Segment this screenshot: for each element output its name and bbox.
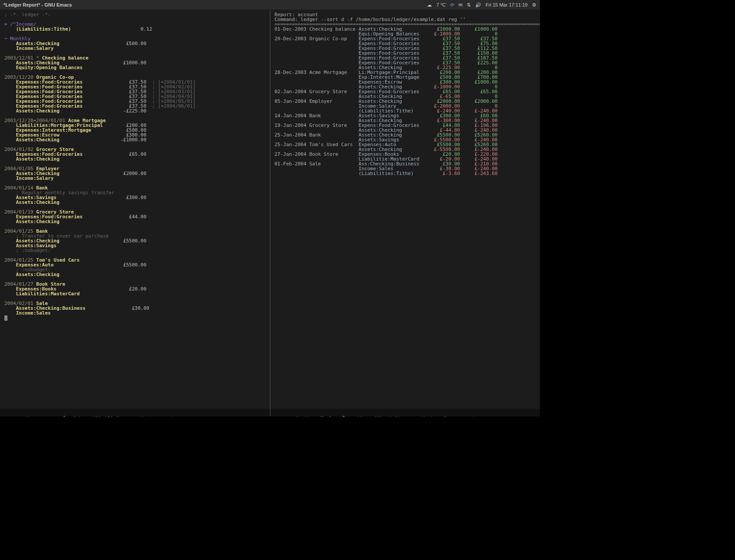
modeline-mode: (Ledger yas) [139,415,173,416]
modeline-fill: ----------------------------------------… [476,415,540,416]
ledger-text: -£225.00 [60,108,147,114]
volume-icon[interactable]: 🔊 [475,2,481,8]
ledger-text: £300.00 [56,195,146,200]
left-window[interactable]: ; -*- ledger -*- = /^Income/ (Liabilitie… [0,10,270,416]
weather-text: 7 °C [436,2,446,7]
ledger-text: £30.00 [85,305,149,311]
ledger-text: Income:Salary [4,175,54,181]
report-account: (Liabilities:Tithe) [359,171,423,176]
ledger-text: ; -*- ledger -*- [4,12,51,18]
mail-icon[interactable]: ✉ [458,2,462,8]
ledger-text: £500.00 [60,41,147,46]
ledger-text: Liabilities:MasterCard [4,291,80,297]
ledger-text: £5500.00 [54,262,147,268]
right-modeline: -U:@%%- *Ledger Report* All (4,0) (Ledge… [270,409,540,416]
report-date [275,171,309,176]
ledger-text: Assets:Checking [4,219,60,224]
modeline-fill: ----------------------------------------… [174,415,270,416]
report-payee [309,171,359,176]
modeline-position: All (64,0) [81,415,139,416]
network-icon[interactable]: ⇅ [467,2,471,8]
modeline-position: All (4,0) [363,415,420,416]
buffer-name: *Ledger Report* [319,415,362,416]
right-window[interactable]: Report: account Command: ledger --sort d… [270,10,540,416]
emacs-frame: ; -*- ledger -*- = /^Income/ (Liabilitie… [0,10,540,416]
gear-icon[interactable]: ⚙ [532,2,536,8]
ledger-text: (Liabilities:Tithe) [4,26,71,32]
modeline-prefix: -U:@%%- [290,415,319,416]
ledger-source-buffer[interactable]: ; -*- ledger -*- = /^Income/ (Liabilitie… [0,10,270,409]
report-amount: £-3.60 [422,171,460,176]
ledger-text: ; [=2004/06/01] [147,103,196,109]
window-title: *Ledger Report* - GNU Emacs [4,2,72,7]
ledger-text: £65.00 [83,151,147,157]
buffer-name: example.dat [49,415,81,416]
window-titlebar: *Ledger Report* - GNU Emacs ☁ 7 °C ⟳ ✉ ⇅… [0,0,540,10]
ledger-text: Assets:Checking [4,200,60,205]
systray: ☁ 7 °C ⟳ ✉ ⇅ 🔊 Fri 15 Mar 17:11:19 ⚙ [427,2,536,8]
ledger-text: -£1000.00 [60,137,147,143]
ledger-text: £5500.00 [60,238,147,244]
modeline-prefix: -U:@--- [20,415,49,416]
report-balance: £-243.60 [460,171,497,176]
refresh-icon[interactable]: ⟳ [450,2,454,8]
left-modeline: -U:@--- example.dat All (64,0) (Ledger y… [0,409,270,416]
modeline-mode: (Ledger Report yas) [420,415,476,416]
ledger-text: Equity:Opening Balances [4,65,83,70]
ledger-text: Assets:Checking [4,156,60,162]
ledger-text: Income:Sales [4,310,51,316]
text-cursor [4,315,7,321]
ledger-text: £44.00 [83,214,147,220]
weather-icon: ☁ [427,2,432,8]
ledger-text: 0.12 [71,26,152,32]
ledger-text: Assets:Checking [4,272,60,277]
ledger-text: £2000.00 [60,171,147,176]
ledger-text: Assets:Checking [4,108,60,114]
ledger-text: Assets:Checking [4,137,60,143]
clock-text: Fri 15 Mar 17:11:19 [486,2,528,7]
ledger-text: ; :nobudget: [4,248,51,253]
ledger-report-buffer[interactable]: Report: account Command: ledger --sort d… [270,10,540,409]
ledger-text: Income:Salary [4,46,54,51]
